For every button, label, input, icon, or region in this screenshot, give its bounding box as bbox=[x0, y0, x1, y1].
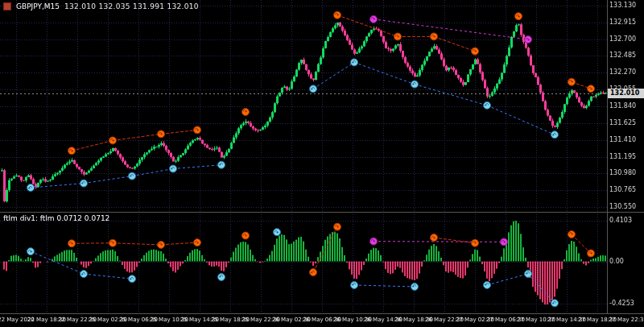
price-axis-label: 130.550 bbox=[609, 203, 643, 211]
symbol-timeframe-label: GBPJPY,M15 bbox=[16, 2, 60, 10]
price-axis-label: 131.410 bbox=[609, 136, 643, 144]
indicator-title: ftlm div1: ftlm 0.0712 0.0712 bbox=[3, 214, 109, 222]
indicator-axis-label: 0.00 bbox=[609, 258, 643, 266]
current-price-value: 132.010 bbox=[610, 89, 639, 97]
chart-symbol-icon bbox=[3, 2, 11, 10]
price-axis-label: 131.195 bbox=[609, 153, 643, 161]
price-axis-label: 130.980 bbox=[609, 169, 643, 177]
price-axis-label: 130.765 bbox=[609, 186, 643, 194]
price-axis-label: 131.840 bbox=[609, 102, 643, 110]
price-axis-label: 131.625 bbox=[609, 119, 643, 127]
chart-title-bar: GBPJPY,M15 132.010 132.035 131.991 132.0… bbox=[3, 2, 199, 10]
mt4-chart-window: GBPJPY,M15 132.010 132.035 131.991 132.0… bbox=[0, 0, 644, 327]
indicator-axis-label: -0.4253 bbox=[609, 300, 643, 308]
price-chart-canvas[interactable] bbox=[0, 0, 644, 327]
current-price-tag: 132.010 bbox=[608, 89, 644, 98]
time-axis-label: 27 May 22:30 bbox=[597, 317, 644, 323]
price-axis-label: 133.130 bbox=[609, 2, 643, 10]
indicator-axis-label: 0.4103 bbox=[609, 217, 643, 225]
price-axis-label: 132.700 bbox=[609, 35, 643, 43]
ohlc-values: 132.010 132.035 131.991 132.010 bbox=[64, 2, 199, 10]
price-axis-label: 132.485 bbox=[609, 52, 643, 60]
time-axis[interactable]: 22 May 202022 May 18:3022 May 22:3025 Ma… bbox=[0, 316, 644, 327]
price-axis-label: 132.915 bbox=[609, 19, 643, 27]
price-axis-label: 132.270 bbox=[609, 68, 643, 77]
